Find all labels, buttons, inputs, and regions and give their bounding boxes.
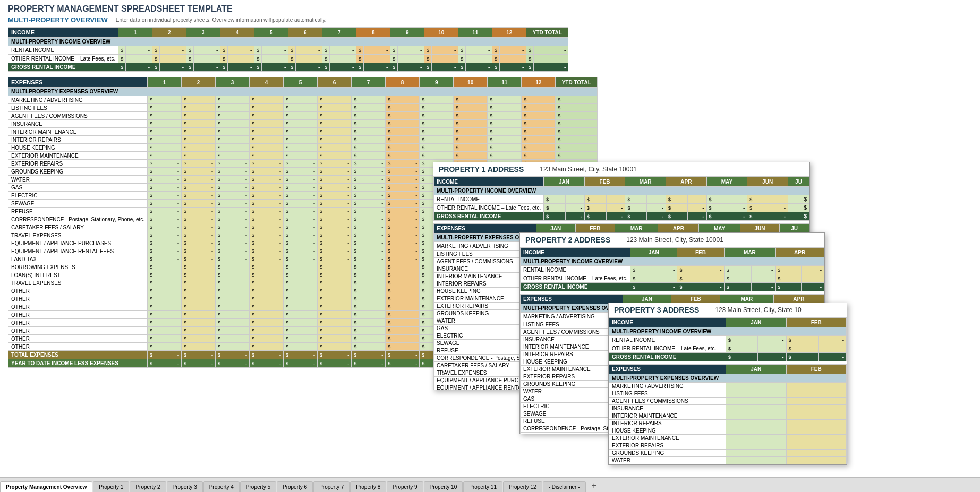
table-row: HOUSE KEEPING bbox=[609, 427, 847, 435]
income-header: INCOME bbox=[8, 28, 118, 38]
tab-property8[interactable]: Property 8 bbox=[350, 481, 386, 492]
expenses-header: EXPENSES bbox=[8, 77, 148, 88]
table-row: EXTERIOR MAINTENANCE$ -$ -$ -$ -$ -$ -$ … bbox=[8, 152, 598, 160]
col-3: 3 bbox=[186, 28, 220, 38]
tab-property2[interactable]: Property 2 bbox=[130, 481, 166, 492]
tab-bar: Property Management Overview Property 1 … bbox=[0, 477, 980, 492]
property3-income-table: INCOME JAN FEB MULTI-PROPERTY INCOME OVE… bbox=[609, 317, 847, 361]
income-table: INCOME 1 2 3 4 5 6 7 8 9 10 11 12 YTD TO… bbox=[8, 27, 568, 72]
property1-income-table: INCOME JAN FEB MAR APR MAY JUN JU MULTI-… bbox=[433, 177, 809, 221]
col-9: 9 bbox=[390, 28, 424, 38]
tab-property6[interactable]: Property 6 bbox=[277, 481, 313, 492]
table-row: WATER bbox=[609, 457, 847, 464]
property1-address: 123 Main Street, City, State 10001 bbox=[540, 166, 637, 173]
property3-overlay: PROPERTY 3 ADDRESS 123 Main Street, City… bbox=[608, 303, 847, 465]
income-sub-header: MULTI-PROPERTY INCOME OVERVIEW bbox=[8, 38, 568, 46]
tab-property10[interactable]: Property 10 bbox=[424, 481, 463, 492]
col-5: 5 bbox=[254, 28, 288, 38]
table-row: INTERIOR MAINTENANCE bbox=[609, 412, 847, 420]
table-row: AGENT FEES / COMMISSIONS bbox=[609, 398, 847, 405]
table-row: INTERIOR MAINTENANCE$ -$ -$ -$ -$ -$ -$ … bbox=[8, 128, 598, 136]
property1-title: PROPERTY 1 ADDRESS bbox=[439, 165, 524, 174]
tab-property1[interactable]: Property 1 bbox=[93, 481, 129, 492]
table-row: OTHER RENTAL INCOME – Late Fees, etc. $-… bbox=[521, 274, 824, 283]
table-row: RENTAL INCOME $- $- $- $- $- $- $ bbox=[434, 195, 809, 204]
table-row: RENTAL INCOME $- $- bbox=[609, 336, 847, 344]
col-11: 11 bbox=[458, 28, 492, 38]
col-4: 4 bbox=[220, 28, 254, 38]
table-row: OTHER RENTAL INCOME – Late Fees, etc. $-… bbox=[609, 344, 847, 353]
property2-address: 123 Main Street, City, State 10001 bbox=[626, 236, 723, 244]
table-row: INSURANCE$ -$ -$ -$ -$ -$ -$ -$ -$ -$ -$… bbox=[8, 120, 598, 128]
tab-property5[interactable]: Property 5 bbox=[240, 481, 276, 492]
gross-income-row: GROSS RENTAL INCOME $- $- bbox=[609, 353, 847, 361]
table-row: GROUNDS KEEPING bbox=[609, 450, 847, 457]
table-row: MARKETING / ADVERTISING bbox=[609, 383, 847, 390]
tab-property9[interactable]: Property 9 bbox=[387, 481, 423, 492]
page-title: PROPERTY MANAGEMENT SPREADSHEET TEMPLATE bbox=[0, 0, 980, 15]
overview-title: MULTI-PROPERTY OVERVIEW bbox=[8, 16, 108, 24]
tab-property12[interactable]: Property 12 bbox=[503, 481, 542, 492]
table-row: INTERIOR REPAIRS$ -$ -$ -$ -$ -$ -$ -$ -… bbox=[8, 136, 598, 144]
col-ytd: YTD TOTAL bbox=[526, 28, 568, 38]
property3-expenses-table: EXPENSES JAN FEB MULTI-PROPERTY EXPENSES… bbox=[609, 364, 847, 464]
col-7: 7 bbox=[322, 28, 356, 38]
gross-income-row: GROSS RENTAL INCOME $- $- $- $- $- $- $-… bbox=[8, 63, 568, 72]
col-6: 6 bbox=[288, 28, 322, 38]
col-2: 2 bbox=[152, 28, 186, 38]
table-row: INSURANCE bbox=[609, 405, 847, 412]
table-row: EXTERIOR MAINTENANCE bbox=[609, 435, 847, 442]
gross-income-row: GROSS RENTAL INCOME $- $- $- $- bbox=[521, 283, 824, 291]
table-row: EXTERIOR REPAIRS bbox=[609, 442, 847, 450]
table-row: INTERIOR REPAIRS bbox=[609, 420, 847, 427]
col-10: 10 bbox=[424, 28, 458, 38]
table-row: RENTAL INCOME $- $- $- $- bbox=[521, 266, 824, 274]
subtitle: Enter data on individual property sheets… bbox=[116, 17, 327, 23]
tab-add[interactable]: + bbox=[587, 479, 601, 492]
tab-overview[interactable]: Property Management Overview bbox=[0, 481, 92, 492]
tab-property3[interactable]: Property 3 bbox=[167, 481, 203, 492]
tab-property11[interactable]: Property 11 bbox=[463, 481, 502, 492]
table-row: AGENT FEES / COMMISSIONS$ -$ -$ -$ -$ -$… bbox=[8, 112, 598, 120]
tab-disclaimer[interactable]: - Disclaimer - bbox=[543, 481, 586, 492]
table-row: HOUSE KEEPING$ -$ -$ -$ -$ -$ -$ -$ -$ -… bbox=[8, 144, 598, 152]
col-8: 8 bbox=[356, 28, 390, 38]
col-1: 1 bbox=[118, 28, 152, 38]
col-12: 12 bbox=[492, 28, 526, 38]
table-row: LISTING FEES$ -$ -$ -$ -$ -$ -$ -$ -$ -$… bbox=[8, 104, 598, 112]
table-row: LISTING FEES bbox=[609, 390, 847, 398]
property2-income-table: INCOME JAN FEB MAR APR MULTI-PROPERTY IN… bbox=[520, 247, 824, 291]
table-row: OTHER RENTAL INCOME – Late Fees, etc. $-… bbox=[8, 55, 568, 63]
page-container: PROPERTY MANAGEMENT SPREADSHEET TEMPLATE… bbox=[0, 0, 980, 492]
property3-address: 123 Main Street, City, State 10 bbox=[715, 306, 802, 314]
table-row: MARKETING / ADVERTISING $ - $ - $ - $ - … bbox=[8, 96, 598, 104]
tab-property4[interactable]: Property 4 bbox=[203, 481, 240, 492]
gross-income-row: GROSS RENTAL INCOME $- $- $- $- $- $- $ bbox=[434, 212, 809, 221]
tab-property7[interactable]: Property 7 bbox=[313, 481, 350, 492]
table-row: OTHER RENTAL INCOME – Late Fees, etc. $-… bbox=[434, 204, 809, 212]
property3-title: PROPERTY 3 ADDRESS bbox=[614, 306, 699, 314]
property2-title: PROPERTY 2 ADDRESS bbox=[525, 236, 610, 244]
table-row: RENTAL INCOME $- $- $- $- $- $- $- $- $-… bbox=[8, 46, 568, 55]
